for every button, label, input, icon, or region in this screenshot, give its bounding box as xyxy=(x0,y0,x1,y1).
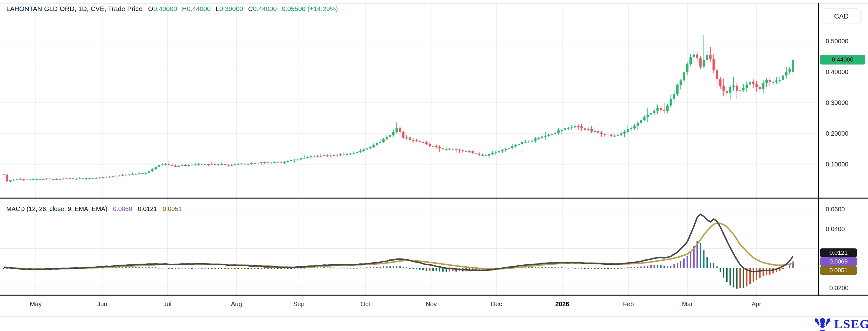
lseg-crest-icon xyxy=(814,317,831,331)
macd-line xyxy=(4,214,793,272)
price-tick-label: 0.50000 xyxy=(826,38,848,45)
month-label-sep: Sep xyxy=(293,301,305,308)
month-label-nov: Nov xyxy=(426,301,437,308)
price-tick-label: 0.30000 xyxy=(826,99,848,107)
month-label-jul: Jul xyxy=(163,301,172,308)
macd-signal-line xyxy=(4,223,793,269)
price-tick-label: 0.10000 xyxy=(826,161,848,168)
month-label-apr: Apr xyxy=(751,301,761,308)
macd-value-badge: 0.0121 xyxy=(820,248,857,257)
ohlc-l: L0.39000 xyxy=(216,5,243,12)
instrument-title: LAHONTAN GLD ORD, 1D, CVE, Trade Price xyxy=(6,5,143,12)
lseg-wordmark: LSEG xyxy=(834,316,868,331)
month-label-feb: Feb xyxy=(623,301,634,308)
panel-divider xyxy=(0,198,868,199)
macd-value-badge: 0.0069 xyxy=(820,257,857,266)
macd-tick-label: −0.0200 xyxy=(826,284,848,292)
ohlc-values: O0.40000H0.44000L0.39000C0.44000 xyxy=(148,5,277,12)
last-price-badge: 0.44000 xyxy=(820,55,865,64)
top-border xyxy=(0,3,868,4)
macd-value-badge: 0.0051 xyxy=(820,266,857,275)
month-label-jun: Jun xyxy=(97,301,107,308)
price-tick-label: 0.20000 xyxy=(826,130,848,137)
month-label-2026: 2026 xyxy=(555,301,569,308)
time-axis[interactable]: MayJunJulAugSepOctNovDec2026FebMarApr xyxy=(0,297,818,315)
candlestick-series xyxy=(2,35,794,182)
price-axis[interactable]: CAD 0.500000.400000.300000.200000.100000… xyxy=(818,3,868,296)
price-tick-label: 0.40000 xyxy=(826,68,848,76)
macd-label: MACD (12, 26, close, 9, EMA, EMA) xyxy=(6,205,107,213)
month-label-dec: Dec xyxy=(491,301,502,308)
ohlc-c: C0.44000 xyxy=(248,5,277,12)
lseg-logo: LSEG xyxy=(814,316,868,331)
macd-tick-label: 0.0600 xyxy=(826,206,845,213)
currency-button[interactable]: CAD xyxy=(822,8,861,24)
month-label-aug: Aug xyxy=(231,301,242,308)
ohlc-o: O0.40000 xyxy=(148,5,177,12)
macd-signal-value: 0.0051 xyxy=(163,205,182,213)
bottom-border xyxy=(0,316,868,316)
macd-legend: MACD (12, 26, close, 9, EMA, EMA) 0.0069… xyxy=(6,205,182,213)
plot-bottom-frame xyxy=(0,295,868,296)
month-label-oct: Oct xyxy=(360,301,370,308)
month-label-mar: Mar xyxy=(682,301,693,308)
macd-histogram-value: 0.0069 xyxy=(113,205,132,213)
macd-tick-label: 0.0400 xyxy=(826,225,845,232)
macd-line-value: 0.0121 xyxy=(138,205,157,213)
month-label-may: May xyxy=(30,301,42,308)
price-macd-plot[interactable] xyxy=(0,0,868,331)
chart-window: LAHONTAN GLD ORD, 1D, CVE, Trade Price O… xyxy=(0,0,868,331)
instrument-legend: LAHONTAN GLD ORD, 1D, CVE, Trade Price O… xyxy=(6,5,338,12)
ohlc-h: H0.44000 xyxy=(182,5,211,12)
change-value: 0.05500 (+14.29%) xyxy=(282,5,338,12)
